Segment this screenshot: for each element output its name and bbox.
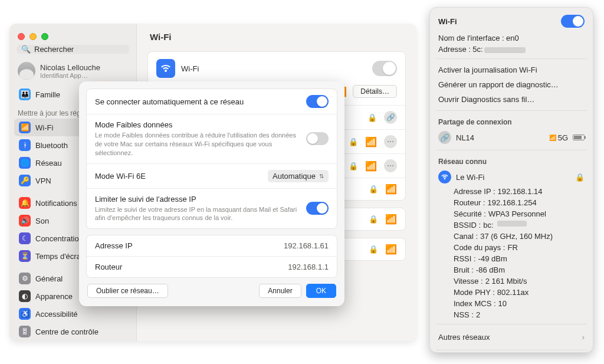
wifi6e-label: Mode Wi-Fi 6E: [95, 172, 261, 181]
cancel-button[interactable]: Annuler: [259, 284, 301, 298]
router-value: 192.168.1.1: [288, 263, 329, 271]
wifi6e-select[interactable]: Automatique ⇅: [268, 170, 329, 182]
lock-icon: 🔒: [575, 173, 585, 182]
network-detail-row: Routeur : 192.168.1.254: [436, 197, 587, 208]
limit-ip-desc: Limitez le suivi de votre adresse IP en …: [95, 205, 299, 223]
network-detail-row: RSSI : -49 dBm: [436, 253, 587, 264]
forget-network-button[interactable]: Oublier ce réseau…: [87, 284, 168, 298]
limit-ip-label: Limiter le suivi de l'adresse IP: [95, 195, 299, 204]
wifi-menubar-popover: Wi-Fi Nom de l'interface : en0 Adresse :…: [429, 7, 593, 353]
enable-logging-link[interactable]: Activer la journalisation Wi-Fi: [436, 63, 587, 77]
low-data-toggle[interactable]: [306, 132, 329, 145]
mac-address-line: Adresse : 5c:: [436, 44, 587, 55]
network-detail-row: Canal : 37 (6 GHz, 160 MHz): [436, 231, 587, 242]
network-detail-row: Index MCS : 10: [436, 298, 587, 309]
network-detail-row: Mode PHY : 802.11ax: [436, 287, 587, 298]
limit-ip-toggle[interactable]: [306, 202, 329, 215]
redacted-mask: [484, 47, 526, 53]
ok-button[interactable]: OK: [306, 284, 336, 298]
wifi-icon: [438, 170, 451, 183]
network-detail-row: Code du pays : FR: [436, 242, 587, 253]
tethering-header: Partage de connexion: [436, 114, 587, 129]
cell-signal-icon: 📶 5G: [549, 133, 568, 142]
low-data-desc: Le mode Faibles données contribue à rédu…: [95, 131, 299, 158]
network-detail-row: Adresse IP : 192.168.1.14: [436, 186, 587, 197]
chevron-right-icon: ›: [582, 333, 585, 342]
network-details-sheet: Se connecter automatiquement à ce réseau…: [79, 81, 344, 306]
open-diagnostics-link[interactable]: Ouvrir Diagnostics sans fil…: [436, 92, 587, 107]
updown-icon: ⇅: [319, 173, 324, 179]
ip-label: Adresse IP: [95, 241, 277, 250]
router-label: Routeur: [95, 263, 281, 271]
network-detail-row: Bruit : -86 dBm: [436, 264, 587, 276]
interface-line: Nom de l'interface : en0: [436, 32, 587, 44]
network-detail-row: NSS : 2: [436, 309, 587, 320]
battery-icon: [573, 135, 585, 140]
auto-connect-toggle[interactable]: [306, 95, 329, 108]
generate-report-link[interactable]: Générer un rapport de diagnostic…: [436, 77, 587, 92]
popover-title: Wi-Fi: [438, 17, 457, 26]
auto-connect-label: Se connecter automatiquement à ce réseau: [95, 97, 299, 106]
known-network-row[interactable]: Le Wi-Fi 🔒: [436, 168, 587, 186]
redacted-mask: [497, 221, 527, 227]
ip-value: 192.168.1.61: [284, 241, 329, 250]
hotspot-row[interactable]: 🔗 NL14 📶 5G: [436, 129, 587, 146]
hotspot-icon: 🔗: [438, 131, 451, 144]
popover-wifi-toggle[interactable]: [561, 15, 585, 28]
other-networks-row[interactable]: Autres réseaux ›: [436, 328, 587, 346]
network-detail-row: Sécurité : WPA3 Personnel: [436, 208, 587, 219]
network-detail-row: BSSID : bc:: [436, 219, 587, 231]
network-detail-row: Vitesse : 2 161 Mbit/s: [436, 276, 587, 287]
known-network-header: Réseau connu: [436, 154, 587, 168]
low-data-label: Mode Faibles données: [95, 120, 299, 129]
